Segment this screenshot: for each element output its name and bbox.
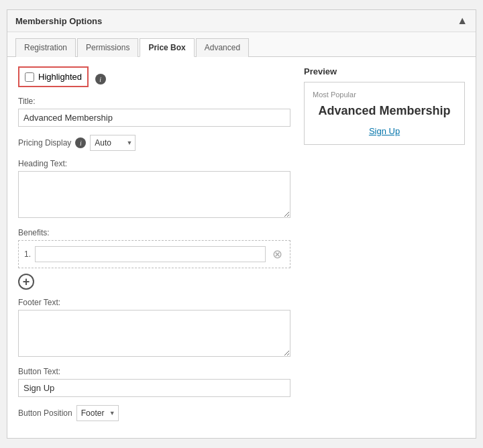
highlighted-row: Highlighted i xyxy=(18,66,290,87)
pricing-display-info-icon[interactable]: i xyxy=(75,137,86,148)
heading-text-label: Heading Text: xyxy=(18,159,290,168)
panel-toggle-button[interactable]: ▲ xyxy=(457,15,468,26)
preview-signup-link[interactable]: Sign Up xyxy=(313,126,456,136)
pricing-display-select[interactable]: Auto Manual Hidden xyxy=(90,135,136,151)
button-position-row: Button Position Footer Top Both xyxy=(18,405,290,421)
tab-permissions[interactable]: Permissions xyxy=(77,38,138,57)
heading-text-textarea[interactable] xyxy=(18,171,290,218)
heading-text-field-group: Heading Text: xyxy=(18,159,290,220)
pricing-display-row: Pricing Display i Auto Manual Hidden xyxy=(18,135,290,151)
tab-bar: Registration Permissions Price Box Advan… xyxy=(7,32,476,57)
title-input[interactable] xyxy=(18,109,290,127)
membership-options-panel: Membership Options ▲ Registration Permis… xyxy=(7,9,476,439)
left-column: Highlighted i Title: Pricing Display i A… xyxy=(18,66,290,421)
highlighted-text: Highlighted xyxy=(38,72,82,82)
highlighted-label-wrapper[interactable]: Highlighted xyxy=(18,66,89,87)
benefit-row-1: 1. ⊗ xyxy=(24,246,284,262)
add-benefit-icon: + xyxy=(18,274,34,290)
footer-text-label: Footer Text: xyxy=(18,298,290,307)
button-text-label: Button Text: xyxy=(18,367,290,376)
remove-benefit-1-button[interactable]: ⊗ xyxy=(270,247,284,262)
add-benefit-button[interactable]: + xyxy=(18,274,34,290)
footer-text-field-group: Footer Text: xyxy=(18,298,290,359)
tab-price-box[interactable]: Price Box xyxy=(140,38,194,57)
panel-title: Membership Options xyxy=(15,16,102,26)
benefits-container: 1. ⊗ xyxy=(18,240,290,268)
highlighted-info-icon[interactable]: i xyxy=(95,74,106,85)
title-label: Title: xyxy=(18,97,290,106)
button-text-field-group: Button Text: xyxy=(18,367,290,397)
tab-advanced[interactable]: Advanced xyxy=(196,38,249,57)
preview-label: Preview xyxy=(304,66,465,76)
pricing-display-select-wrapper: Auto Manual Hidden xyxy=(90,135,136,151)
panel-header: Membership Options ▲ xyxy=(7,10,476,32)
button-text-input[interactable] xyxy=(18,379,290,397)
button-position-label: Button Position xyxy=(18,408,72,418)
benefits-field-group: Benefits: 1. ⊗ + xyxy=(18,228,290,290)
benefit-1-input[interactable] xyxy=(35,246,266,262)
title-field-group: Title: xyxy=(18,97,290,127)
benefit-1-number: 1. xyxy=(24,249,31,259)
button-position-select[interactable]: Footer Top Both xyxy=(76,405,119,421)
preview-section: Preview Most Popular Advanced Membership… xyxy=(304,66,465,421)
preview-most-popular: Most Popular xyxy=(313,91,456,99)
remove-icon: ⊗ xyxy=(272,247,282,262)
preview-membership-title: Advanced Membership xyxy=(313,104,456,118)
button-position-select-wrapper: Footer Top Both xyxy=(76,405,119,421)
panel-body: Highlighted i Title: Pricing Display i A… xyxy=(7,57,476,431)
pricing-display-label: Pricing Display xyxy=(18,138,71,148)
footer-text-textarea[interactable] xyxy=(18,310,290,357)
preview-box: Most Popular Advanced Membership Sign Up xyxy=(304,82,465,145)
main-layout: Highlighted i Title: Pricing Display i A… xyxy=(18,66,465,421)
benefits-label: Benefits: xyxy=(18,228,290,237)
highlighted-checkbox[interactable] xyxy=(25,72,34,82)
tab-registration[interactable]: Registration xyxy=(15,38,76,57)
